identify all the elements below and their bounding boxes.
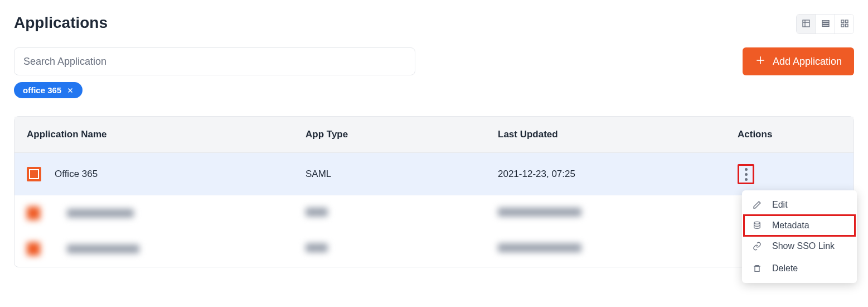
- column-header-type: App Type: [306, 129, 498, 140]
- view-toggle: [796, 14, 854, 34]
- svg-point-14: [754, 222, 760, 224]
- applications-table: Application Name App Type Last Updated A…: [14, 116, 854, 267]
- svg-rect-7: [845, 20, 848, 23]
- close-icon[interactable]: [67, 87, 74, 94]
- table-row: [14, 195, 854, 231]
- plus-icon: [755, 55, 766, 69]
- svg-rect-0: [803, 20, 809, 27]
- menu-item-metadata[interactable]: Metadata: [743, 214, 856, 237]
- filter-chip-label: office 365: [23, 85, 61, 95]
- link-icon: [752, 241, 762, 251]
- column-header-updated: Last Updated: [498, 129, 738, 140]
- svg-rect-15: [755, 266, 759, 271]
- menu-item-show-sso[interactable]: Show SSO Link: [742, 235, 857, 257]
- svg-rect-8: [841, 24, 844, 27]
- row-app-type: SAML: [306, 169, 498, 180]
- row-app-name: Office 365: [55, 169, 98, 180]
- filter-chip[interactable]: office 365: [14, 82, 83, 98]
- svg-rect-5: [822, 25, 829, 26]
- add-application-button[interactable]: Add Application: [743, 47, 854, 75]
- menu-item-label: Delete: [772, 263, 798, 274]
- database-icon: [752, 220, 762, 231]
- menu-item-label: Metadata: [772, 220, 809, 231]
- table-row[interactable]: Office 365 SAML 2021-12-23, 07:25: [14, 153, 854, 195]
- view-grid-button[interactable]: [835, 15, 854, 33]
- more-vertical-icon: [745, 168, 748, 181]
- row-last-updated: 2021-12-23, 07:25: [498, 169, 738, 180]
- table-row: [14, 231, 854, 267]
- table-header: Application Name App Type Last Updated A…: [14, 117, 854, 153]
- menu-item-edit[interactable]: Edit: [742, 194, 857, 216]
- add-application-label: Add Application: [773, 56, 842, 68]
- row-actions-button[interactable]: [738, 164, 754, 184]
- svg-rect-4: [822, 22, 829, 24]
- trash-icon: [752, 263, 762, 274]
- view-list-button[interactable]: [816, 15, 835, 33]
- page-title: Applications: [14, 14, 108, 32]
- svg-rect-6: [841, 20, 844, 23]
- pencil-icon: [752, 200, 762, 210]
- svg-rect-3: [822, 20, 829, 22]
- column-header-name: Application Name: [27, 129, 306, 140]
- office-365-icon: [27, 167, 41, 181]
- grid-icon: [840, 19, 849, 30]
- table-layout-icon: [802, 19, 811, 30]
- actions-menu: Edit Metadata Show SSO Link Delete: [742, 190, 857, 283]
- search-input[interactable]: [14, 47, 415, 75]
- menu-item-delete[interactable]: Delete: [742, 257, 857, 280]
- list-icon: [821, 19, 830, 30]
- view-table-button[interactable]: [797, 15, 816, 33]
- menu-item-label: Edit: [772, 200, 788, 210]
- column-header-actions: Actions: [738, 129, 841, 140]
- svg-rect-9: [845, 24, 848, 27]
- menu-item-label: Show SSO Link: [772, 241, 835, 251]
